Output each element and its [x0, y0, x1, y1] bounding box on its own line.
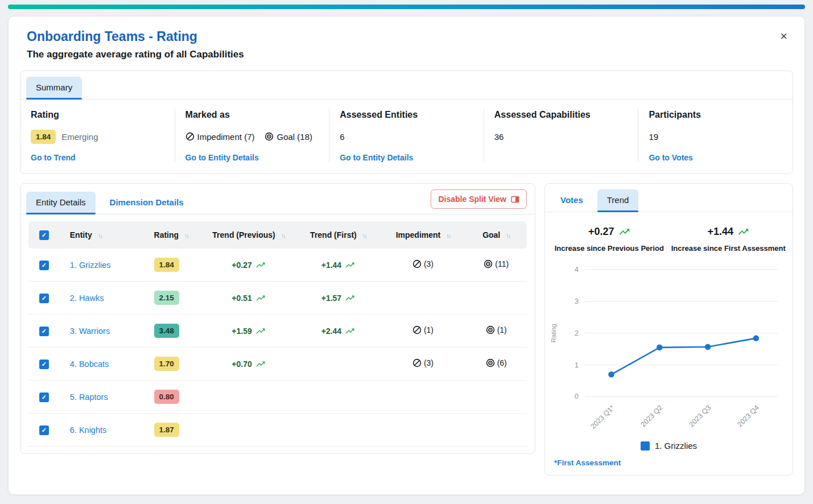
svg-text:2023 Q2: 2023 Q2	[639, 404, 665, 429]
trend-first-value: +1.44	[707, 226, 733, 238]
row-checkbox[interactable]	[39, 327, 49, 336]
close-button[interactable]: ×	[778, 28, 790, 45]
rating-badge: 2.15	[154, 291, 179, 305]
svg-text:Rating: Rating	[550, 324, 557, 342]
impediment-icon	[412, 325, 422, 334]
impediment-count: (1)	[424, 325, 434, 334]
svg-text:1: 1	[575, 361, 579, 369]
go-to-entity-details-link[interactable]: Go to Entity Details	[340, 153, 413, 162]
trend-up-icon	[618, 226, 630, 238]
stat-label: Rating	[31, 110, 59, 120]
goal-icon	[484, 259, 493, 268]
trend-previous-value: +0.27	[232, 261, 251, 270]
table-row: 2. Hawks 2.15 +0.51 +1.57	[28, 282, 527, 315]
trend-chart: 01234Rating2023 Q1*2023 Q22023 Q32023 Q4	[548, 261, 787, 441]
row-checkbox[interactable]	[39, 360, 49, 369]
rating-badge: 1.87	[154, 423, 179, 437]
entity-link[interactable]: 3. Warriors	[70, 327, 110, 336]
stat-rating: Rating 1.84 Emerging Go to Trend	[20, 109, 175, 162]
sort-icon[interactable]	[98, 232, 102, 239]
table-row: 3. Warriors 3.48 +1.59 +2.44 (1) (1)	[28, 315, 527, 348]
goal-count: (1)	[497, 325, 507, 334]
stat-label: Assessed Capabilities	[494, 110, 591, 120]
sort-icon[interactable]	[446, 232, 450, 239]
entity-link[interactable]: 6. Knights	[70, 425, 107, 435]
svg-text:3: 3	[575, 298, 579, 305]
column-header-entity: Entity	[70, 230, 92, 239]
impediment-count: (3)	[424, 259, 434, 268]
table-row: 4. Bobcats 1.70 +0.70 (3) (6)	[28, 348, 527, 381]
tab-trend[interactable]: Trend	[597, 189, 639, 212]
tab-dimension-details[interactable]: Dimension Details	[100, 192, 193, 214]
go-to-votes-link[interactable]: Go to Votes	[649, 153, 693, 162]
trend-previous-cell	[201, 381, 296, 414]
goal-cell	[465, 282, 527, 315]
rating-badge: 1.70	[154, 357, 179, 371]
table-row: 5. Raptors 0.80	[28, 381, 527, 414]
rating-badge: 3.48	[154, 324, 179, 338]
row-checkbox[interactable]	[39, 425, 49, 435]
trend-first-cell	[296, 348, 380, 381]
trend-first-caption: Increase since First Assessment	[671, 244, 786, 253]
entity-link[interactable]: 1. Grizzlies	[70, 261, 111, 270]
disable-split-view-label: Disable Split View	[438, 195, 506, 204]
trend-previous-value: +0.51	[232, 294, 251, 303]
goal-cell: (11)	[465, 249, 527, 282]
select-all-checkbox[interactable]	[39, 230, 49, 240]
sort-icon[interactable]	[362, 232, 366, 239]
sort-icon[interactable]	[506, 232, 510, 239]
impediment-summary: Impediment (7)	[185, 132, 255, 142]
stat-assessed-entities: Assessed Entities 6 Go to Entity Details	[329, 109, 484, 162]
rating-badge: 0.80	[154, 390, 179, 404]
go-to-entity-details-link[interactable]: Go to Entity Details	[185, 153, 259, 162]
assessed-entities-value: 6	[340, 132, 344, 142]
trend-first-value: +1.44	[321, 261, 341, 270]
trend-previous-cell	[201, 414, 296, 447]
tab-summary[interactable]: Summary	[26, 77, 82, 99]
entity-details-panel: Entity Details Dimension Details Disable…	[20, 183, 535, 454]
row-checkbox[interactable]	[39, 393, 49, 402]
tab-entity-details[interactable]: Entity Details	[26, 192, 96, 214]
summary-section: Summary Rating 1.84 Emerging Go to Trend…	[20, 71, 793, 174]
trend-previous-cell: +0.27	[201, 249, 296, 282]
sort-icon[interactable]	[184, 232, 188, 239]
go-to-trend-link[interactable]: Go to Trend	[31, 153, 76, 162]
page-title: Onboarding Teams - Rating	[27, 29, 792, 44]
dialog-header: Onboarding Teams - Rating The aggregate …	[20, 27, 793, 60]
summary-tabs: Summary	[20, 71, 793, 100]
column-header-trend-first: Trend (First)	[310, 230, 357, 239]
trend-previous-cell: +1.59	[201, 315, 296, 348]
disable-split-view-button[interactable]: Disable Split View	[431, 189, 527, 209]
trend-up-icon	[345, 293, 355, 303]
goal-cell: (1)	[465, 315, 527, 348]
row-checkbox[interactable]	[39, 294, 49, 303]
svg-text:2: 2	[575, 329, 579, 337]
trend-stat-first: +1.44 Increase since First Assessment	[669, 226, 789, 253]
rating-badge: 1.84	[154, 258, 179, 272]
page: Onboarding Teams - Rating The aggregate …	[0, 0, 813, 504]
entity-table-body: 1. Grizzlies 1.84 +0.27 +1.44 (3) (11) 2…	[28, 249, 527, 447]
brand-gradient-bar	[8, 5, 805, 9]
entity-link[interactable]: 5. Raptors	[70, 393, 108, 402]
impediment-cell: (3)	[381, 348, 466, 381]
column-header-rating: Rating	[154, 230, 179, 239]
entity-details-tabs: Entity Details Dimension Details Disable…	[20, 184, 535, 214]
tab-votes[interactable]: Votes	[551, 189, 593, 212]
trend-previous-caption: Increase since Previous Period	[555, 244, 664, 253]
row-checkbox[interactable]	[39, 261, 49, 270]
column-header-impediment: Impediment	[396, 230, 441, 239]
impediment-cell: (3)	[381, 249, 466, 282]
trend-previous-value: +1.59	[232, 327, 251, 336]
sort-icon[interactable]	[281, 232, 285, 239]
entity-link[interactable]: 2. Hawks	[70, 294, 104, 303]
impediment-cell: (1)	[381, 315, 466, 348]
impediment-cell	[381, 282, 466, 315]
stat-label: Marked as	[185, 110, 230, 120]
entity-link[interactable]: 4. Bobcats	[70, 360, 109, 369]
split-view-icon	[511, 195, 519, 204]
trend-up-icon	[345, 326, 355, 336]
assessed-capabilities-value: 36	[494, 132, 504, 142]
stat-label: Assessed Entities	[340, 110, 418, 120]
impediment-count: (3)	[424, 358, 434, 367]
rating-value-badge: 1.84	[31, 130, 56, 144]
